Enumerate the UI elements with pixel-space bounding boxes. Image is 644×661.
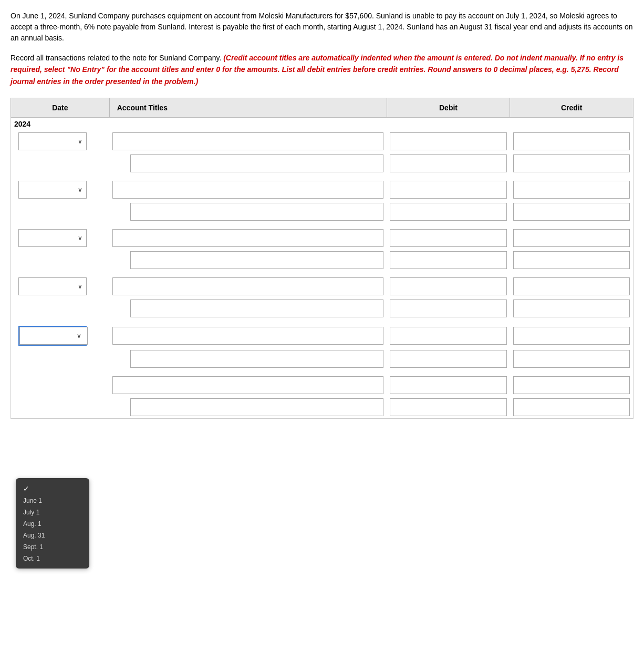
account-input-5a[interactable] xyxy=(112,327,383,345)
account-cell xyxy=(109,275,387,297)
table-row xyxy=(11,152,633,174)
credit-input-1a[interactable] xyxy=(513,132,630,150)
debit-cell xyxy=(387,324,510,348)
header-date: Date xyxy=(11,98,110,118)
account-cell-indented xyxy=(109,152,387,174)
account-input-3a[interactable] xyxy=(112,229,383,247)
date-cell-empty xyxy=(11,297,110,319)
date-cell: June 1 July 1 Aug. 1 Aug. 31 Sept. 1 Oct… xyxy=(11,324,110,348)
account-cell xyxy=(109,227,387,249)
account-cell-indented xyxy=(109,297,387,319)
table-row xyxy=(11,201,633,223)
date-cell: June 1 July 1 Aug. 1 Aug. 31 Sept. 1 Oct… xyxy=(11,227,110,249)
date-cell-empty xyxy=(11,201,110,223)
debit-input-5b[interactable] xyxy=(390,350,507,368)
separator xyxy=(11,319,633,324)
debit-input-4b[interactable] xyxy=(390,299,507,317)
table-row xyxy=(11,297,633,319)
separator xyxy=(11,223,633,227)
debit-input-2a[interactable] xyxy=(390,181,507,199)
debit-input-3b[interactable] xyxy=(390,251,507,269)
date-select-4[interactable]: June 1 July 1 Aug. 1 Aug. 31 Sept. 1 Oct… xyxy=(18,277,87,295)
table-row: June 1 July 1 Aug. 1 Aug. 31 Sept. 1 Oct… xyxy=(11,227,633,249)
account-cell xyxy=(109,130,387,152)
problem-text: On June 1, 2024, Sunland Company purchas… xyxy=(11,11,633,44)
account-input-5b[interactable] xyxy=(130,350,383,368)
account-input-2a[interactable] xyxy=(112,181,383,199)
separator xyxy=(11,174,633,179)
date-cell-empty xyxy=(11,396,110,419)
date-select-wrapper-4[interactable]: June 1 July 1 Aug. 1 Aug. 31 Sept. 1 Oct… xyxy=(18,277,87,295)
date-select-2[interactable]: June 1 July 1 Aug. 1 Aug. 31 Sept. 1 Oct… xyxy=(18,181,87,199)
table-row: June 1 July 1 Aug. 1 Aug. 31 Sept. 1 Oct… xyxy=(11,275,633,297)
debit-cell xyxy=(387,297,510,319)
account-input-4b[interactable] xyxy=(130,299,383,317)
account-input-6a[interactable] xyxy=(112,376,383,394)
credit-input-3b[interactable] xyxy=(513,251,630,269)
account-input-6b[interactable] xyxy=(130,398,383,416)
credit-input-1b[interactable] xyxy=(513,154,630,172)
account-cell xyxy=(109,324,387,348)
credit-cell xyxy=(510,297,633,319)
instructions: Record all transactions related to the n… xyxy=(11,52,633,87)
credit-input-3a[interactable] xyxy=(513,229,630,247)
date-select-wrapper-3[interactable]: June 1 July 1 Aug. 1 Aug. 31 Sept. 1 Oct… xyxy=(18,229,87,247)
credit-cell xyxy=(510,201,633,223)
table-row: June 1 July 1 Aug. 1 Aug. 31 Sept. 1 Oct… xyxy=(11,324,633,348)
debit-input-3a[interactable] xyxy=(390,229,507,247)
credit-cell xyxy=(510,179,633,201)
journal-table: Date Account Titles Debit Credit 2024 Ju… xyxy=(11,98,633,419)
account-input-2b[interactable] xyxy=(130,203,383,221)
credit-input-2a[interactable] xyxy=(513,181,630,199)
date-cell-empty xyxy=(11,374,110,396)
account-cell xyxy=(109,179,387,201)
date-select-wrapper[interactable]: June 1 July 1 Aug. 1 Aug. 31 Sept. 1 Oct… xyxy=(18,132,87,150)
debit-input-2b[interactable] xyxy=(390,203,507,221)
date-select-5[interactable]: June 1 July 1 Aug. 1 Aug. 31 Sept. 1 Oct… xyxy=(19,327,88,345)
table-row: June 1 July 1 Aug. 1 Aug. 31 Sept. 1 Oct… xyxy=(11,179,633,201)
debit-input-6b[interactable] xyxy=(390,398,507,416)
header-credit: Credit xyxy=(510,98,633,118)
year-label: 2024 xyxy=(11,118,633,131)
date-select-1[interactable]: June 1 July 1 Aug. 1 Aug. 31 Sept. 1 Oct… xyxy=(18,132,87,150)
date-select-wrapper-5[interactable]: June 1 July 1 Aug. 1 Aug. 31 Sept. 1 Oct… xyxy=(18,326,87,346)
account-input-1a[interactable] xyxy=(112,132,383,150)
credit-input-5b[interactable] xyxy=(513,350,630,368)
debit-cell xyxy=(387,179,510,201)
credit-cell xyxy=(510,152,633,174)
debit-input-6a[interactable] xyxy=(390,376,507,394)
account-input-1b[interactable] xyxy=(130,154,383,172)
credit-input-6b[interactable] xyxy=(513,398,630,416)
credit-input-6a[interactable] xyxy=(513,376,630,394)
account-cell xyxy=(109,374,387,396)
credit-cell xyxy=(510,130,633,152)
credit-input-2b[interactable] xyxy=(513,203,630,221)
debit-input-5a[interactable] xyxy=(390,327,507,345)
debit-input-1b[interactable] xyxy=(390,154,507,172)
table-row xyxy=(11,348,633,370)
debit-cell xyxy=(387,348,510,370)
date-select-3[interactable]: June 1 July 1 Aug. 1 Aug. 31 Sept. 1 Oct… xyxy=(18,229,87,247)
credit-cell xyxy=(510,249,633,271)
account-input-4a[interactable] xyxy=(112,277,383,295)
credit-input-4a[interactable] xyxy=(513,277,630,295)
separator xyxy=(11,370,633,374)
account-input-3b[interactable] xyxy=(130,251,383,269)
credit-input-5a[interactable] xyxy=(513,327,630,345)
date-cell: June 1 July 1 Aug. 1 Aug. 31 Sept. 1 Oct… xyxy=(11,275,110,297)
separator xyxy=(11,271,633,275)
header-debit: Debit xyxy=(387,98,510,118)
debit-cell xyxy=(387,201,510,223)
debit-cell xyxy=(387,130,510,152)
credit-input-4b[interactable] xyxy=(513,299,630,317)
table-header-row: Date Account Titles Debit Credit xyxy=(11,98,633,118)
debit-cell xyxy=(387,152,510,174)
date-select-wrapper-2[interactable]: June 1 July 1 Aug. 1 Aug. 31 Sept. 1 Oct… xyxy=(18,181,87,199)
debit-input-1a[interactable] xyxy=(390,132,507,150)
date-cell-empty xyxy=(11,152,110,174)
credit-cell xyxy=(510,227,633,249)
debit-input-4a[interactable] xyxy=(390,277,507,295)
account-cell-indented xyxy=(109,396,387,419)
account-cell-indented xyxy=(109,201,387,223)
table-row: June 1 July 1 Aug. 1 Aug. 31 Sept. 1 Oct… xyxy=(11,130,633,152)
